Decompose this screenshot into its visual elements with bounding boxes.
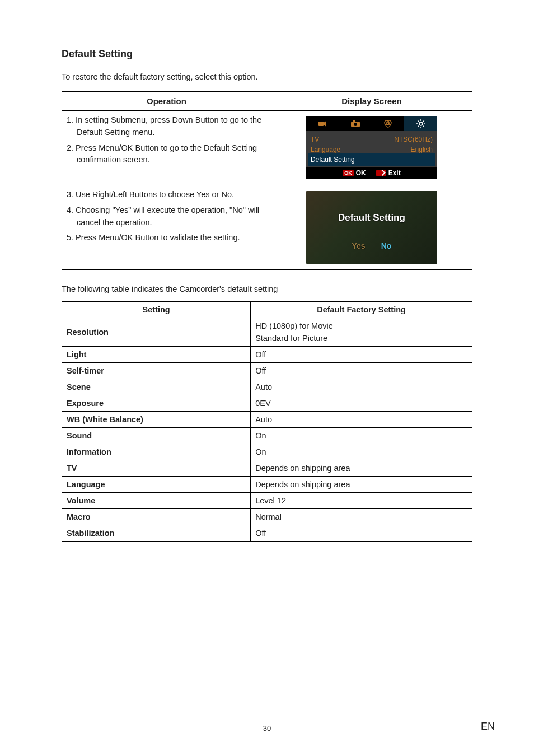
- def-head-left: Setting: [62, 302, 251, 318]
- menu-label: Language: [311, 146, 340, 153]
- setting-name: Exposure: [62, 395, 251, 412]
- tab-photo-icon: [339, 116, 372, 131]
- table-row: StabilizationOff: [62, 525, 472, 542]
- setting-name: Resolution: [62, 318, 251, 347]
- table-row: InformationOn: [62, 444, 472, 460]
- table-row: Exposure0EV: [62, 395, 472, 412]
- setting-value: HD (1080p) for MovieStandard for Picture: [251, 318, 472, 347]
- tab-settings-icon: [404, 116, 437, 131]
- def-head-right: Default Factory Setting: [251, 302, 472, 318]
- confirm-no: No: [381, 241, 392, 250]
- setting-name: Information: [62, 444, 251, 460]
- page-number: 30: [0, 724, 534, 732]
- svg-point-8: [419, 122, 423, 125]
- setting-name: Light: [62, 347, 251, 363]
- step: 5. Press Menu/OK Button to validate the …: [67, 232, 266, 244]
- confirm-title: Default Setting: [306, 212, 437, 223]
- setting-name: Sound: [62, 428, 251, 444]
- setting-name: Volume: [62, 493, 251, 509]
- confirm-buttons: Yes No: [306, 241, 437, 250]
- menu-body: TV NTSC(60Hz) Language English Default S…: [306, 131, 437, 167]
- tab-effect-icon: [372, 116, 405, 131]
- display-cell-1: TV NTSC(60Hz) Language English Default S…: [271, 111, 472, 185]
- step: 2. Press Menu/OK Button to go to the Def…: [67, 142, 266, 167]
- table-row: LightOff: [62, 347, 472, 363]
- menu-label: Default Setting: [311, 156, 355, 164]
- setting-name: Scene: [62, 379, 251, 395]
- svg-point-3: [354, 123, 357, 126]
- setting-value: Auto: [251, 412, 472, 428]
- ok-label: OK: [356, 169, 366, 177]
- setting-name: Macro: [62, 509, 251, 525]
- setting-name: Self-timer: [62, 363, 251, 379]
- setting-value: Depends on shipping area: [251, 460, 472, 477]
- setting-name: Language: [62, 477, 251, 493]
- op-head-right: Display Screen: [271, 92, 472, 111]
- menu-value: NTSC(60Hz): [394, 136, 433, 143]
- setting-value: Off: [251, 363, 472, 379]
- step: 4. Choosing "Yes" will execute the opera…: [67, 204, 266, 229]
- table-row: MacroNormal: [62, 509, 472, 525]
- table-row: LanguageDepends on shipping area: [62, 477, 472, 493]
- setting-name: Stabilization: [62, 525, 251, 542]
- tab-bar: [306, 116, 437, 131]
- setting-value: On: [251, 444, 472, 460]
- language-code: EN: [481, 721, 495, 732]
- table-row: SceneAuto: [62, 379, 472, 395]
- exit-label: Exit: [388, 169, 401, 177]
- confirm-dialog-mock: Default Setting Yes No: [306, 191, 437, 264]
- svg-marker-1: [324, 121, 326, 127]
- menu-label: TV: [311, 136, 319, 143]
- table-row: TVDepends on shipping area: [62, 460, 472, 477]
- intro-text: To restore the default factory setting, …: [62, 72, 472, 81]
- op-cell-steps-2: 3. Use Right/Left Buttons to choose Yes …: [62, 185, 271, 270]
- svg-line-13: [418, 120, 419, 122]
- operation-table: Operation Display Screen 1. In setting S…: [62, 91, 472, 270]
- table-row: VolumeLevel 12: [62, 493, 472, 509]
- table-row: SoundOn: [62, 428, 472, 444]
- setting-value: Normal: [251, 509, 472, 525]
- op-cell-steps-1: 1. In setting Submenu, press Down Button…: [62, 111, 271, 185]
- setting-name: WB (White Balance): [62, 412, 251, 428]
- setting-value: Off: [251, 347, 472, 363]
- page-footer: 30 EN: [0, 724, 534, 732]
- section-heading: Default Setting: [62, 48, 472, 60]
- setting-value: Auto: [251, 379, 472, 395]
- bottom-bar: OK OK Exit: [306, 167, 437, 179]
- table-row: WB (White Balance)Auto: [62, 412, 472, 428]
- exit-hint: Exit: [376, 169, 401, 177]
- setting-value: 0EV: [251, 395, 472, 412]
- setting-value: Level 12: [251, 493, 472, 509]
- svg-line-16: [418, 126, 419, 127]
- menu-row-tv: TV NTSC(60Hz): [311, 134, 433, 144]
- op-head-left: Operation: [62, 92, 271, 111]
- ok-hint: OK OK: [343, 169, 366, 177]
- mid-text: The following table indicates the Camcor…: [62, 284, 472, 293]
- svg-rect-4: [353, 120, 355, 122]
- menu-value: English: [411, 146, 433, 153]
- setting-value: Off: [251, 525, 472, 542]
- display-cell-2: Default Setting Yes No: [271, 185, 472, 270]
- step: 3. Use Right/Left Buttons to choose Yes …: [67, 189, 266, 201]
- defaults-table: Setting Default Factory Setting Resoluti…: [62, 301, 472, 542]
- svg-line-15: [423, 120, 424, 122]
- step: 1. In setting Submenu, press Down Button…: [67, 114, 266, 139]
- exit-icon: [376, 170, 386, 176]
- confirm-yes: Yes: [352, 241, 366, 250]
- setting-value: On: [251, 428, 472, 444]
- svg-rect-0: [318, 122, 324, 126]
- table-row: Self-timerOff: [62, 363, 472, 379]
- table-row: ResolutionHD (1080p) for MovieStandard f…: [62, 318, 472, 347]
- svg-line-14: [423, 126, 424, 127]
- setting-value: Depends on shipping area: [251, 477, 472, 493]
- tab-video-icon: [306, 116, 339, 131]
- settings-menu-mock: TV NTSC(60Hz) Language English Default S…: [306, 116, 437, 179]
- ok-chip-icon: OK: [343, 170, 354, 176]
- menu-row-default-setting: Default Setting: [308, 153, 435, 166]
- setting-name: TV: [62, 460, 251, 477]
